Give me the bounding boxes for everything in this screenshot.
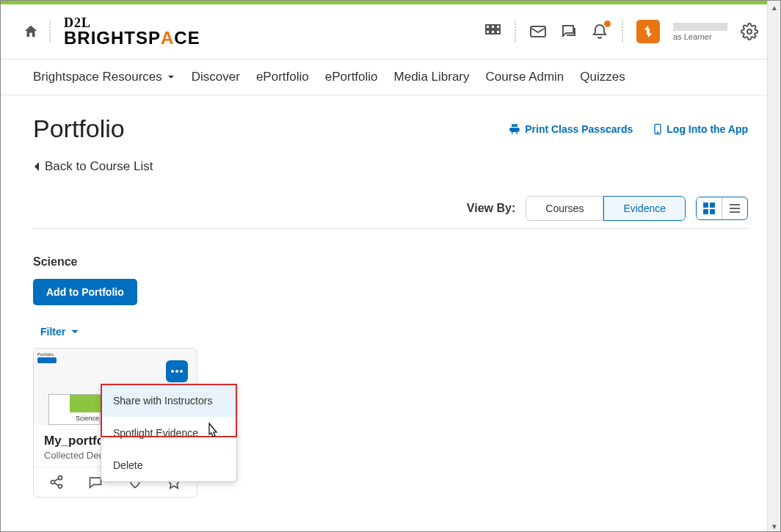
svg-point-22 (58, 484, 62, 488)
chevron-down-icon (70, 327, 80, 337)
scroll-up-button[interactable]: ▲ (768, 1, 781, 14)
svg-rect-1 (491, 25, 495, 29)
svg-rect-3 (486, 30, 490, 34)
section-title: Science (33, 255, 748, 269)
user-name-placeholder (673, 23, 727, 31)
svg-rect-16 (730, 211, 740, 213)
nav-quizzes[interactable]: Quizzes (580, 70, 625, 84)
back-to-course-list[interactable]: Back to Course List (33, 159, 748, 174)
print-icon (509, 123, 520, 135)
list-view-button[interactable] (722, 197, 747, 219)
nav-media-library[interactable]: Media Library (394, 70, 470, 84)
page-title: Portfolio (33, 114, 125, 143)
svg-point-20 (58, 476, 62, 480)
list-icon (728, 202, 741, 215)
svg-rect-4 (491, 30, 495, 34)
home-icon[interactable] (23, 23, 39, 40)
segment-evidence[interactable]: Evidence (603, 196, 686, 221)
svg-point-19 (180, 370, 183, 373)
share-icon[interactable] (49, 475, 64, 489)
divider (33, 228, 748, 229)
svg-rect-12 (703, 209, 708, 214)
add-to-portfolio-button[interactable]: Add to Portfolio (33, 279, 137, 305)
divider (622, 21, 623, 42)
layout-toggle (696, 197, 748, 220)
menu-delete[interactable]: Delete (101, 449, 236, 481)
nav-brightspace-resources[interactable]: Brightspace Resources (33, 70, 175, 84)
nav-bar: Brightspace Resources Discover ePortfoli… (1, 59, 780, 95)
svg-point-17 (171, 370, 174, 373)
brand-logo[interactable]: D2L BRIGHTSPACE (64, 16, 200, 47)
logo-bottom: BRIGHTSPACE (64, 29, 200, 47)
print-passcards-button[interactable]: Print Class Passcards (509, 123, 633, 135)
svg-rect-14 (730, 204, 740, 205)
svg-rect-5 (496, 30, 500, 34)
svg-rect-15 (730, 208, 740, 209)
svg-point-7 (747, 29, 752, 34)
view-by-label: View By: (467, 202, 515, 215)
notification-badge (604, 21, 611, 27)
view-by-segment: Courses Evidence (526, 196, 686, 221)
apps-grid-icon[interactable] (484, 23, 501, 40)
notifications-icon[interactable] (591, 23, 609, 40)
svg-rect-2 (496, 25, 500, 29)
user-role-block[interactable]: as Learner (673, 23, 727, 41)
role-switch-button[interactable] (636, 20, 660, 43)
grid-view-button[interactable] (697, 197, 722, 219)
svg-rect-0 (486, 25, 490, 29)
login-app-button[interactable]: Log Into the App (653, 123, 748, 135)
more-dots-icon (170, 369, 184, 374)
svg-rect-11 (710, 203, 715, 208)
svg-point-9 (658, 132, 658, 133)
phone-icon (653, 123, 662, 135)
chevron-down-icon (167, 73, 175, 81)
messages-icon[interactable] (560, 23, 578, 40)
svg-point-21 (51, 481, 54, 484)
divider (49, 21, 51, 42)
svg-rect-10 (703, 203, 708, 208)
divider (515, 21, 516, 42)
scroll-down-button[interactable]: ▼ (768, 520, 781, 532)
mail-icon[interactable] (529, 23, 547, 40)
card-more-button[interactable] (166, 360, 188, 382)
nav-discover[interactable]: Discover (192, 70, 240, 84)
svg-point-18 (175, 370, 178, 373)
cursor-icon (205, 422, 219, 440)
filter-button[interactable]: Filter (40, 326, 748, 338)
segment-courses[interactable]: Courses (526, 196, 603, 221)
nav-eportfolio-1[interactable]: ePortfolio (256, 70, 309, 84)
gear-icon[interactable] (741, 23, 758, 40)
nav-eportfolio-2[interactable]: ePortfolio (325, 70, 378, 84)
svg-rect-13 (710, 209, 715, 214)
scrollbar[interactable]: ▲ ▼ (767, 1, 780, 532)
grid-icon (702, 202, 716, 215)
nav-course-admin[interactable]: Course Admin (486, 70, 564, 84)
chevron-left-icon (33, 161, 40, 172)
menu-share-with-instructors[interactable]: Share with Instructors (101, 385, 236, 417)
top-bar: D2L BRIGHTSPACE as Learner (1, 4, 780, 59)
